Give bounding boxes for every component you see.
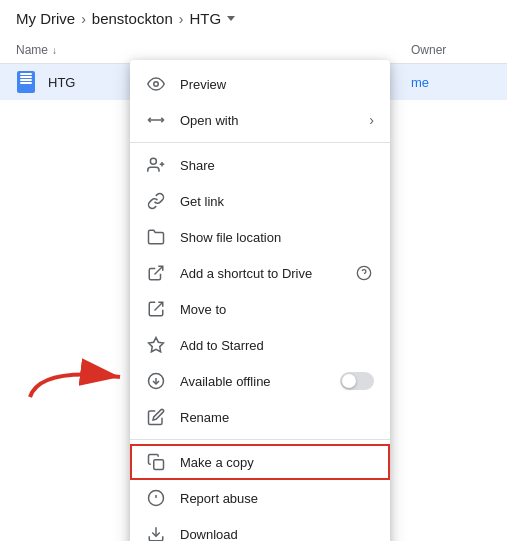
eye-icon xyxy=(146,74,166,94)
open-with-icon xyxy=(146,110,166,130)
menu-item-download[interactable]: Download xyxy=(130,516,390,541)
move-to-icon xyxy=(146,299,166,319)
menu-label-add-shortcut: Add a shortcut to Drive xyxy=(180,266,340,281)
folder-icon xyxy=(146,227,166,247)
menu-item-preview[interactable]: Preview xyxy=(130,66,390,102)
svg-marker-7 xyxy=(149,338,164,352)
menu-item-rename[interactable]: Rename xyxy=(130,399,390,435)
svg-rect-8 xyxy=(154,460,164,470)
arrow-annotation xyxy=(20,347,140,411)
menu-item-show-location[interactable]: Show file location xyxy=(130,219,390,255)
menu-label-report-abuse: Report abuse xyxy=(180,491,374,506)
offline-icon xyxy=(146,371,166,391)
svg-point-2 xyxy=(150,158,156,164)
svg-point-0 xyxy=(154,82,159,87)
menu-item-get-link[interactable]: Get link xyxy=(130,183,390,219)
context-menu: Preview Open with › Share xyxy=(130,60,390,541)
menu-label-rename: Rename xyxy=(180,410,374,425)
menu-divider-2 xyxy=(130,439,390,440)
offline-toggle[interactable] xyxy=(340,372,374,390)
breadcrumb-htg[interactable]: HTG xyxy=(189,10,235,27)
help-icon xyxy=(354,263,374,283)
chevron-down-icon xyxy=(227,16,235,21)
col-name-header[interactable]: Name ↓ xyxy=(16,43,411,57)
menu-label-download: Download xyxy=(180,527,374,542)
menu-label-open-with: Open with xyxy=(180,113,355,128)
menu-label-available-offline: Available offline xyxy=(180,374,326,389)
warning-icon xyxy=(146,488,166,508)
menu-label-make-copy: Make a copy xyxy=(180,455,374,470)
shortcut-icon xyxy=(146,263,166,283)
menu-item-move-to[interactable]: Move to xyxy=(130,291,390,327)
breadcrumb: My Drive › benstockton › HTG xyxy=(0,0,507,37)
menu-label-add-starred: Add to Starred xyxy=(180,338,374,353)
breadcrumb-benstockton[interactable]: benstockton xyxy=(92,10,173,27)
menu-divider-1 xyxy=(130,142,390,143)
star-icon xyxy=(146,335,166,355)
sort-icon: ↓ xyxy=(52,45,57,56)
menu-item-add-shortcut[interactable]: Add a shortcut to Drive xyxy=(130,255,390,291)
file-doc-icon xyxy=(16,72,36,92)
link-icon xyxy=(146,191,166,211)
download-icon xyxy=(146,524,166,541)
menu-item-available-offline[interactable]: Available offline xyxy=(130,363,390,399)
menu-item-add-starred[interactable]: Add to Starred xyxy=(130,327,390,363)
col-owner-header: Owner xyxy=(411,43,491,57)
breadcrumb-sep-2: › xyxy=(179,11,184,27)
menu-label-preview: Preview xyxy=(180,77,374,92)
breadcrumb-mydrive[interactable]: My Drive xyxy=(16,10,75,27)
pencil-icon xyxy=(146,407,166,427)
menu-item-share[interactable]: Share xyxy=(130,147,390,183)
menu-item-open-with[interactable]: Open with › xyxy=(130,102,390,138)
menu-item-report-abuse[interactable]: Report abuse xyxy=(130,480,390,516)
copy-icon xyxy=(146,452,166,472)
menu-label-share: Share xyxy=(180,158,374,173)
person-plus-icon xyxy=(146,155,166,175)
menu-item-make-copy[interactable]: Make a copy xyxy=(130,444,390,480)
submenu-arrow-icon: › xyxy=(369,112,374,128)
menu-label-move-to: Move to xyxy=(180,302,374,317)
menu-label-get-link: Get link xyxy=(180,194,374,209)
file-owner: me xyxy=(411,75,491,90)
breadcrumb-sep-1: › xyxy=(81,11,86,27)
menu-label-show-location: Show file location xyxy=(180,230,374,245)
